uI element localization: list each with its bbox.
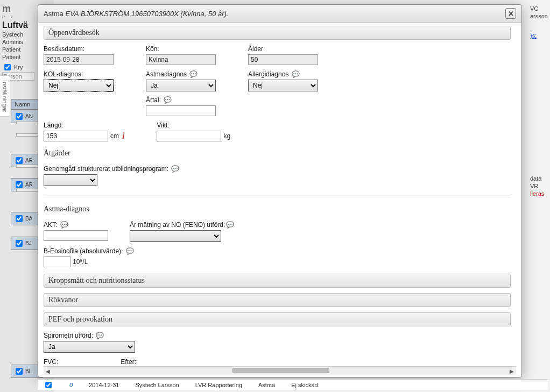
label-genomgatt: Genomgått strukturerat utbildningsprogra… bbox=[44, 165, 511, 173]
label-feno: Är mätning av NO (FENO) utförd:💬 bbox=[130, 221, 234, 229]
settings-side-tab[interactable]: Inställningar bbox=[0, 75, 10, 117]
field-kon[interactable] bbox=[146, 54, 216, 65]
label-alder: Ålder bbox=[248, 45, 318, 53]
field-artal[interactable] bbox=[146, 105, 216, 116]
field-vikt[interactable] bbox=[157, 131, 221, 141]
unit-tenl: 10⁹/L bbox=[73, 258, 88, 266]
select-kol-diagnos[interactable]: Nej bbox=[44, 80, 114, 91]
label-beos: B-Eosinofila (absolutvärde): 💬 bbox=[44, 247, 511, 255]
form-scroll-area[interactable]: Öppenvårdbesök Besöksdatum: Kön: Ålder K… bbox=[44, 23, 516, 366]
label-fvc: FVC: bbox=[44, 358, 110, 366]
footer-date: 2014-12-31 bbox=[89, 382, 119, 388]
label-kon: Kön: bbox=[146, 45, 216, 53]
section-astma-diagnos: Astma-diagnos bbox=[44, 203, 511, 216]
row-check[interactable] bbox=[16, 240, 23, 247]
select-feno[interactable] bbox=[130, 230, 221, 242]
section-rokvanor[interactable]: Rökvanor bbox=[44, 293, 511, 307]
label-kol: KOL-diagnos: bbox=[44, 70, 114, 78]
select-allergidiagnos[interactable]: Nej bbox=[248, 80, 318, 91]
horizontal-scrollbar[interactable]: ◀ ▶ bbox=[44, 366, 516, 375]
section-open-visit: Öppenvårdbesök bbox=[44, 26, 511, 40]
kry-label: Kry bbox=[14, 64, 23, 70]
section-kroppsmatt[interactable]: Kroppsmått och nutritionsstatus bbox=[44, 274, 511, 288]
select-genomgatt[interactable] bbox=[44, 174, 97, 186]
footer-status-row: 0 2014-12-31 Systech Larsson LVR Rapport… bbox=[38, 379, 548, 390]
footer-report: LVR Rapportering bbox=[195, 382, 242, 388]
row-check[interactable] bbox=[16, 181, 23, 188]
row-check[interactable] bbox=[16, 113, 23, 120]
section-atgarder: Åtgärder bbox=[44, 147, 511, 160]
label-vikt: Vikt: bbox=[157, 122, 230, 129]
close-icon: ✕ bbox=[508, 10, 514, 18]
label-spirometri: Spirometri utförd: 💬 bbox=[44, 332, 511, 339]
modal-title-text: Astma EVA BJÖRKSTRÖM 19650703900X (Kvinn… bbox=[44, 10, 228, 18]
field-akt[interactable] bbox=[44, 230, 108, 241]
row-check[interactable] bbox=[16, 215, 23, 222]
background-right-hints: VC arsson )s: data VR lleras bbox=[530, 5, 548, 198]
label-akt: AKT: 💬 bbox=[44, 221, 108, 229]
label-langd: Längd: bbox=[44, 122, 124, 129]
info-icon[interactable]: i bbox=[122, 131, 124, 141]
field-besoksdatum[interactable] bbox=[44, 54, 114, 65]
scroll-left-arrow[interactable]: ◀ bbox=[44, 367, 52, 375]
label-artal: Årtal: 💬 bbox=[146, 96, 216, 104]
modal-titlebar: Astma EVA BJÖRKSTRÖM 19650703900X (Kvinn… bbox=[38, 5, 521, 23]
row-check[interactable] bbox=[16, 368, 23, 375]
scroll-right-arrow[interactable]: ▶ bbox=[507, 367, 516, 375]
field-langd[interactable] bbox=[44, 131, 108, 141]
label-efter: Efter: bbox=[121, 358, 187, 366]
footer-user: Systech Larsson bbox=[135, 382, 179, 388]
comment-icon[interactable]: 💬 bbox=[226, 221, 234, 229]
label-allergi: Allergidiagnos 💬 bbox=[248, 70, 318, 78]
comment-icon[interactable]: 💬 bbox=[171, 165, 179, 173]
label-astmadiagnos: Astmadiagnos 💬 bbox=[146, 70, 216, 78]
field-beos[interactable] bbox=[44, 256, 70, 267]
footer-checkbox[interactable] bbox=[45, 382, 52, 388]
comment-icon[interactable]: 💬 bbox=[60, 221, 68, 229]
footer-status: Ej skickad bbox=[291, 382, 318, 388]
comment-icon[interactable]: 💬 bbox=[164, 96, 172, 104]
comment-icon[interactable]: 💬 bbox=[189, 70, 198, 78]
comment-icon[interactable]: 💬 bbox=[292, 70, 300, 78]
comment-icon[interactable]: 💬 bbox=[96, 332, 104, 339]
select-spirometri[interactable]: Ja bbox=[44, 341, 135, 353]
visit-form-modal: Astma EVA BJÖRKSTRÖM 19650703900X (Kvinn… bbox=[38, 4, 522, 377]
footer-zero: 0 bbox=[69, 382, 73, 388]
section-pef[interactable]: PEF och provokation bbox=[44, 312, 511, 326]
unit-cm: cm bbox=[110, 132, 119, 140]
field-alder[interactable] bbox=[248, 54, 318, 65]
row-check[interactable] bbox=[16, 157, 23, 164]
footer-diag: Astma bbox=[258, 382, 275, 388]
label-besoksdatum: Besöksdatum: bbox=[44, 45, 114, 53]
comment-icon[interactable]: 💬 bbox=[126, 247, 134, 255]
select-astmadiagnos[interactable]: Ja bbox=[146, 80, 216, 91]
close-button[interactable]: ✕ bbox=[505, 8, 516, 19]
kry-checkbox[interactable] bbox=[4, 64, 11, 70]
scroll-thumb[interactable] bbox=[232, 368, 329, 373]
unit-kg: kg bbox=[223, 132, 230, 140]
